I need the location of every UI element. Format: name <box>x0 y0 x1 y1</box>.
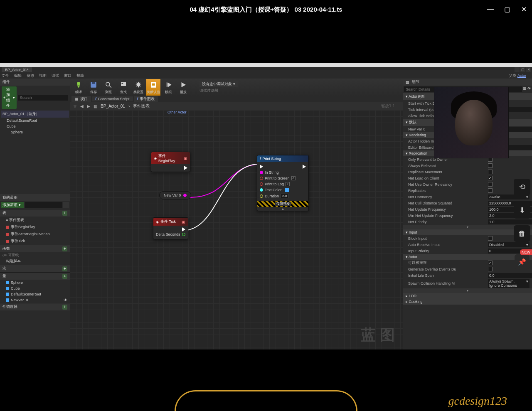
eye-icon[interactable]: 👁 <box>527 86 531 92</box>
ue-close-icon[interactable]: ✕ <box>526 67 531 72</box>
add-function-icon[interactable]: + <box>62 246 67 251</box>
bool-pin[interactable] <box>260 182 263 186</box>
detail-section-header[interactable]: ▸ Cooking <box>403 299 532 305</box>
filter-icon[interactable]: ▦ <box>523 86 527 92</box>
myblueprint-search-input[interactable] <box>25 202 62 208</box>
maximize-button[interactable]: ▢ <box>503 5 511 13</box>
tab-viewport[interactable]: ▦ 视口 <box>71 96 91 102</box>
pin-button[interactable]: 📌 <box>515 254 530 269</box>
add-graph-icon[interactable]: + <box>62 211 67 216</box>
variable-item[interactable]: DefaultSceneRoot <box>0 291 70 297</box>
grid-icon[interactable]: ▦ <box>94 104 97 108</box>
component-root[interactable]: BP_Actor_01（自身） <box>1 111 69 118</box>
eye-icon[interactable] <box>63 202 69 208</box>
toolbar-simulate-button[interactable]: 模拟 <box>161 79 175 96</box>
download-button[interactable]: ⬇ <box>514 202 530 219</box>
toolbar-save-button[interactable]: 保存 <box>86 79 101 96</box>
var-out-pin[interactable] <box>183 194 187 197</box>
checkbox[interactable] <box>488 163 493 168</box>
section-functions[interactable]: 函数+ <box>0 245 70 252</box>
exec-out-pin[interactable] <box>184 166 187 170</box>
variable-item[interactable]: Sphere <box>0 280 70 285</box>
detail-section-header[interactable]: ▾ Input <box>403 229 532 235</box>
node-printstring[interactable]: fPrint String In String Print to Screen✓… <box>257 155 309 211</box>
checkbox[interactable] <box>488 267 493 271</box>
debug-object-dropdown[interactable]: 没有选中调试对象 ▾ <box>200 81 238 87</box>
ue-min-icon[interactable]: – <box>515 67 520 72</box>
add-macro-icon[interactable]: + <box>62 266 67 271</box>
variable-item[interactable]: Cube <box>0 285 70 291</box>
ue-max-icon[interactable]: ▢ <box>520 67 525 72</box>
event-item[interactable]: 事件ActorBeginOverlap <box>0 231 70 238</box>
exec-out-pin[interactable] <box>303 165 306 169</box>
checkbox[interactable] <box>488 236 493 241</box>
event-item[interactable]: 事件BeginPlay <box>0 224 70 231</box>
menu-file[interactable]: 文件 <box>2 73 9 79</box>
function-item[interactable]: 构建脚本 <box>0 258 70 265</box>
debug-filter-label: 调试过滤器 <box>200 88 238 94</box>
tab-construction[interactable]: f Construction Script <box>92 96 133 101</box>
value-input[interactable] <box>488 273 532 278</box>
color-pin[interactable] <box>260 188 263 192</box>
detail-section-header[interactable]: ▸ LOD <box>403 293 532 299</box>
exec-out-pin[interactable] <box>182 227 185 231</box>
toolbar-play-button[interactable]: 播放 <box>176 79 190 96</box>
expand-toggle[interactable]: ▾ <box>403 288 532 293</box>
float-out-pin[interactable] <box>182 233 185 236</box>
forward-icon[interactable]: ▶ <box>87 104 90 108</box>
graph-item[interactable]: ≡ 事件图表 <box>0 217 70 224</box>
component-item[interactable]: Cube <box>1 123 69 129</box>
add-component-button[interactable]: +添加组件▾ <box>2 86 17 109</box>
checkbox[interactable] <box>488 188 493 193</box>
node-newvar[interactable]: New Var 0 <box>159 191 191 199</box>
dropdown[interactable]: Disabled▾ <box>488 242 530 247</box>
favorite-icon[interactable]: ☆ <box>73 104 77 108</box>
detail-row: Replicates <box>403 187 532 194</box>
event-graph-canvas[interactable]: Other Actor ◈事件BeginPlay▣ New Var 0 ◈事件 … <box>70 110 403 349</box>
menu-asset[interactable]: 资源 <box>27 73 34 79</box>
section-graphs[interactable]: 表+ <box>0 209 70 217</box>
delete-button[interactable]: 🗑 <box>514 225 530 242</box>
menu-window[interactable]: 窗口 <box>64 73 71 79</box>
add-dispatch-icon[interactable]: + <box>62 305 67 310</box>
expand-toggle[interactable]: ▾ <box>403 225 532 229</box>
toolbar-settings-button[interactable]: 类设置 <box>131 79 145 96</box>
section-variables[interactable]: 量+ <box>0 272 70 280</box>
checkbox[interactable]: ✓ <box>488 261 493 265</box>
event-item[interactable]: 事件Tick <box>0 238 70 245</box>
menu-debug[interactable]: 调试 <box>52 73 59 79</box>
checkbox[interactable] <box>488 182 493 187</box>
bool-pin[interactable] <box>260 177 263 180</box>
toolbar-find-button[interactable]: 查找 <box>116 79 131 96</box>
share-button[interactable]: ⟲ <box>514 179 530 195</box>
float-pin[interactable] <box>260 194 263 198</box>
back-icon[interactable]: ◀ <box>80 104 84 108</box>
dropdown[interactable]: Always Spawn, Ignore Collisions▾ <box>488 279 530 288</box>
variable-item[interactable]: NewVar_0👁 <box>0 297 70 303</box>
section-eventdispatch[interactable]: 件调度器+ <box>0 303 70 310</box>
svg-rect-6 <box>122 83 123 84</box>
checkbox[interactable]: ✓ <box>488 176 493 180</box>
string-in-pin[interactable] <box>260 171 263 174</box>
exec-in-pin[interactable] <box>260 165 263 169</box>
component-item[interactable]: DefaultSceneRoot <box>1 118 69 123</box>
node-beginplay[interactable]: ◈事件BeginPlay▣ <box>151 152 190 172</box>
section-macros[interactable]: 宏+ <box>0 265 70 272</box>
menu-help[interactable]: 帮助 <box>76 73 84 79</box>
tab-eventgraph[interactable]: f 事件图表 <box>134 96 158 102</box>
menu-edit[interactable]: 编辑 <box>14 73 22 79</box>
menu-view[interactable]: 视图 <box>39 73 47 79</box>
component-item[interactable]: Sphere <box>1 129 69 135</box>
toolbar-browse-button[interactable]: 浏览 <box>101 79 116 96</box>
checkbox[interactable] <box>488 170 493 174</box>
minimize-button[interactable]: — <box>486 5 495 13</box>
detail-section-header[interactable]: ▾ Actor <box>403 254 532 260</box>
ue-asset-tab[interactable]: BP_Actor_01* <box>2 67 32 72</box>
toolbar-defaults-button[interactable]: 类默认值 <box>146 79 160 96</box>
node-tick[interactable]: ◈事件 Tick▣ Delta Seconds <box>153 217 188 239</box>
close-button[interactable]: ✕ <box>520 5 528 13</box>
components-search-input[interactable] <box>18 95 68 101</box>
add-variable-icon[interactable]: + <box>62 274 67 279</box>
myblueprint-add-button[interactable]: 添加新项 ▾ <box>1 202 24 208</box>
toolbar-compile-button[interactable]: 编译 <box>71 79 86 96</box>
